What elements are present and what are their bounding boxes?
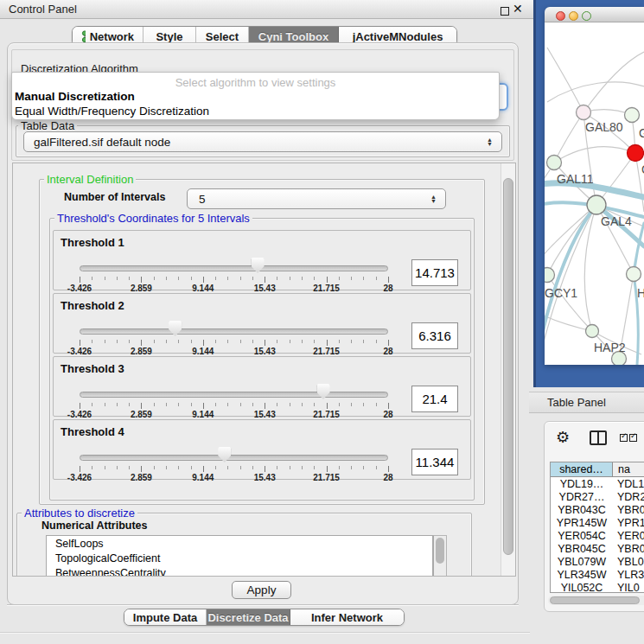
table-cell[interactable]: YDL1 [613,477,644,490]
threshold-panel-1: Threshold 1-3.4262.8599.14415.4321.71528… [53,230,471,290]
list-item[interactable]: TopologicalCoefficient [47,551,432,565]
node-right-mid[interactable] [627,267,641,282]
scrollbar-thumb[interactable] [550,596,640,604]
slider-ticks [80,277,388,284]
node-top-right[interactable] [625,108,640,123]
table-cell[interactable]: YDR27… [551,490,613,503]
table-cell[interactable]: YDL19… [551,477,613,490]
table-row[interactable]: YER054CYER0 [551,529,644,542]
threshold-slider-track[interactable] [80,455,388,461]
thresholds-group-title: Threshold's Coordinates for 5 Intervals [54,212,252,225]
apply-button[interactable]: Apply [232,581,291,599]
table-cell[interactable]: YBR043C [551,503,613,516]
column-header-0[interactable]: shared… [551,462,613,476]
threshold-slider-track[interactable] [80,328,388,335]
table-row[interactable]: YIL052CYIL0 [551,581,644,593]
tab-label: Cyni Toolbox [258,30,328,43]
network-canvas[interactable]: GAL80GCGAL11GAL4GCY1HHAP2 [545,22,644,365]
table-row[interactable]: YPR145WYPR1 [551,516,644,529]
number-of-intervals-combobox[interactable]: 5 ▲▼ [187,188,446,209]
attributes-list-scrollbar[interactable] [433,535,447,577]
slider-ticks [80,466,388,473]
table-cell[interactable]: YBR0 [613,542,644,555]
numerical-attributes-label: Numerical Attributes [39,520,150,532]
table-row[interactable]: YLR345WYLR3 [551,568,644,581]
network-edge [545,205,596,365]
threshold-value-box[interactable]: 11.344 [411,449,458,475]
node-gal11[interactable] [547,156,562,170]
table-cell[interactable]: YER054C [551,529,613,542]
network-edge [554,147,635,163]
tab-label: Impute Data [133,611,197,624]
minimize-traffic-light-icon[interactable] [569,11,578,21]
threshold-label: Threshold 2 [61,299,124,312]
float-window-icon[interactable] [501,7,509,16]
table-cell[interactable]: YLR3 [613,568,644,581]
checkbox-icon[interactable]: ✓ [620,434,628,442]
settings-scrollbar[interactable] [501,163,515,576]
tab-label: Select [206,30,239,43]
attributes-group-title: Attributes to discretize [22,507,137,520]
close-icon[interactable]: ✕ [513,2,523,16]
node-gal80[interactable] [577,105,591,120]
table-cell[interactable]: YPR145W [551,516,613,529]
table-cell[interactable]: YBR045C [551,542,613,555]
algorithm-item-equal-width[interactable]: Equal Width/Frequency Discretization [15,105,209,118]
table-data-value: galFiltered.sif default node [34,136,170,149]
scrollbar-thumb[interactable] [436,538,444,564]
checkbox-icon[interactable]: ✓ [629,434,637,442]
network-window-titlebar [545,7,644,22]
network-icon [81,30,86,42]
table-cell[interactable]: YBL0 [613,555,644,568]
table-cell[interactable]: YDR2 [613,490,644,503]
node-gal4[interactable] [587,195,606,214]
screen: Control Panel ✕ NetworkStyleSelectCyni T… [0,0,644,644]
panel-bottom-ridge [7,604,519,606]
table-cell[interactable]: YIL0 [613,581,644,593]
settings-scroll-area: Interval Definition Number of Intervals … [12,163,516,577]
table-data-combobox[interactable]: galFiltered.sif default node ▲▼ [23,131,502,152]
tab-infer-network[interactable]: Infer Network [290,609,404,625]
list-item[interactable]: BetweennessCentrality [47,565,432,577]
network-window: GAL80GCGAL11GAL4GCY1HHAP2 [545,7,644,365]
table-row[interactable]: YBR045CYBR0 [551,542,644,555]
table-cell[interactable]: YBR0 [613,503,644,516]
zoom-traffic-light-icon[interactable] [582,11,591,21]
threshold-value-box[interactable]: 6.316 [411,322,458,349]
table-cell[interactable]: YPR1 [613,516,644,529]
node-label-gal11: GAL11 [557,172,594,186]
threshold-panel-4: Threshold 4-3.4262.8599.14415.4321.71528… [53,419,471,480]
table-row[interactable]: YBL079WYBL0 [551,555,644,568]
gear-icon[interactable]: ⚙ [556,430,570,445]
table-cell[interactable]: YLR345W [551,568,613,581]
node-red[interactable] [628,145,644,162]
node-gcy1[interactable] [545,268,555,283]
network-graph: GAL80GCGAL11GAL4GCY1HHAP2 [545,22,644,365]
table-cell[interactable]: YIL052C [551,581,613,593]
combo-arrows-icon: ▲▼ [430,194,437,203]
threshold-value-box[interactable]: 21.4 [411,386,458,412]
table-row[interactable]: YDL19…YDL1 [551,477,644,490]
threshold-slider-track[interactable] [80,392,388,398]
close-traffic-light-icon[interactable] [556,11,565,21]
algorithm-item-manual[interactable]: Manual Discretization [15,90,135,103]
scrollbar-thumb[interactable] [503,178,513,555]
threshold-value-box[interactable]: 14.713 [411,259,458,286]
network-edge [547,275,592,331]
threshold-slider-track[interactable] [80,265,388,271]
slider-tick-labels: -3.4262.8599.14415.4321.71528 [80,473,388,483]
split-columns-icon[interactable] [590,430,607,445]
node-label-g: G [639,126,644,140]
table-hscrollbar[interactable] [548,596,644,605]
table-panel-card: ⚙ ✓ ✓ shared…naYDL19…YDL1YDR27…YDR2YBR04… [544,421,644,612]
column-header-1[interactable]: na [613,462,644,476]
table-row[interactable]: YBR043CYBR0 [551,503,644,516]
table-row[interactable]: YDR27…YDR2 [551,490,644,503]
tab-discretize-data[interactable]: Discretize Data [207,609,290,625]
list-item[interactable]: SelfLoops [47,536,432,551]
table-cell[interactable]: YER0 [613,529,644,542]
tab-impute-data[interactable]: Impute Data [124,609,207,625]
numerical-attributes-list[interactable]: SelfLoopsTopologicalCoefficientBetweenne… [46,535,433,577]
node-hap2[interactable] [586,325,599,338]
table-cell[interactable]: YBL079W [551,555,613,568]
